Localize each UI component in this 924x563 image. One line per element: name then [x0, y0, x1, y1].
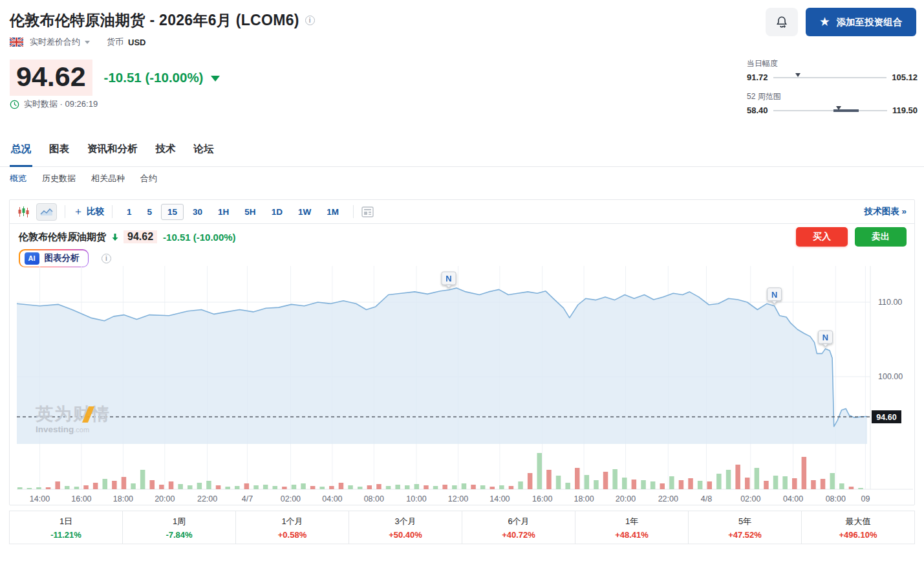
week52-range: 52 周范围 58.40 119.50 — [747, 91, 918, 115]
title-info-icon[interactable]: i — [305, 16, 315, 25]
news-marker-icon[interactable]: N — [442, 272, 456, 288]
tab-chart[interactable]: 图表 — [48, 137, 70, 166]
candlestick-icon — [17, 206, 30, 218]
arrow-down-icon — [111, 233, 119, 241]
page-title: 伦敦布伦特原油期货 - 2026年6月 (LCOM6) — [10, 10, 299, 30]
currency-label: 货币 — [107, 36, 124, 48]
price-chart[interactable]: 110.00100.0014:0016:0018:0020:0022:004/7… — [10, 266, 914, 504]
week52-range-high: 119.50 — [892, 105, 918, 115]
ai-badge-icon: AI — [25, 252, 39, 265]
interval-1w[interactable]: 1W — [292, 204, 317, 220]
svg-text:18:00: 18:00 — [574, 494, 594, 503]
week52-range-low: 58.40 — [747, 105, 768, 115]
ai-info-icon[interactable]: i — [102, 254, 111, 263]
clock-icon — [10, 100, 19, 109]
price-down-arrow-icon[interactable] — [211, 76, 220, 82]
svg-text:4/7: 4/7 — [242, 494, 253, 503]
performance-cell-max[interactable]: 最大值 +496.10% — [802, 511, 914, 544]
area-chart-button[interactable] — [36, 203, 57, 221]
svg-text:N: N — [822, 333, 828, 342]
svg-text:08:00: 08:00 — [364, 494, 384, 503]
compare-button[interactable]: ＋ 比较 — [73, 205, 104, 219]
performance-cell-1y[interactable]: 1年 +48.41% — [575, 511, 689, 544]
uk-flag-icon — [10, 38, 23, 47]
day-range-track — [773, 74, 887, 81]
instrument-overview-page: 伦敦布伦特原油期货 - 2026年6月 (LCOM6) i 实时差价合约 货币 … — [0, 0, 924, 563]
sub-tabs: 概览 历史数据 相关品种 合约 — [10, 173, 157, 184]
day-range-low: 91.72 — [747, 72, 768, 82]
svg-text:18:00: 18:00 — [113, 494, 133, 503]
svg-text:09: 09 — [861, 494, 870, 503]
subtab-overview[interactable]: 概览 — [10, 173, 27, 184]
interval-15[interactable]: 15 — [161, 204, 184, 220]
tab-news-analysis[interactable]: 资讯和分析 — [86, 137, 139, 166]
add-to-portfolio-button[interactable]: ★ 添加至投资组合 — [806, 8, 916, 36]
svg-text:12:00: 12:00 — [448, 494, 468, 503]
performance-cell-5y[interactable]: 5年 +47.52% — [689, 511, 802, 544]
news-marker-icon[interactable]: N — [819, 331, 833, 347]
performance-cell-1w[interactable]: 1周 -7.84% — [123, 511, 236, 544]
realtime-status-text: 实时数据 · 09:26:19 — [24, 98, 98, 110]
area-chart-icon — [40, 208, 53, 216]
add-to-portfolio-label: 添加至投资组合 — [837, 16, 903, 28]
chart-card: ＋ 比较 1 5 15 30 1H 5H 1D 1W 1M 技术图表 » — [9, 199, 915, 505]
subtab-historical-data[interactable]: 历史数据 — [42, 173, 76, 184]
chart-instrument-name: 伦敦布伦特原油期货 — [19, 231, 106, 243]
svg-text:16:00: 16:00 — [532, 494, 552, 503]
ai-chart-analysis-button[interactable]: AI 图表分析 — [19, 249, 89, 267]
tab-forum[interactable]: 论坛 — [193, 137, 215, 166]
candlestick-chart-button[interactable] — [17, 206, 30, 218]
svg-text:10:00: 10:00 — [406, 494, 426, 503]
create-alert-button[interactable] — [766, 8, 798, 36]
week52-range-label: 52 周范围 — [747, 91, 918, 102]
interval-1[interactable]: 1 — [120, 204, 138, 220]
svg-text:94.60: 94.60 — [876, 413, 896, 422]
svg-text:02:00: 02:00 — [281, 494, 301, 503]
performance-cell-6m[interactable]: 6个月 +40.72% — [462, 511, 575, 544]
ranges-panel: 当日幅度 91.72 105.12 52 周范围 58.40 119.50 — [747, 58, 918, 124]
news-events-button[interactable] — [361, 206, 374, 217]
interval-1m[interactable]: 1M — [320, 204, 345, 220]
news-marker-icon[interactable]: N — [768, 288, 782, 304]
day-range: 当日幅度 91.72 105.12 — [747, 58, 918, 82]
subtab-related-instruments[interactable]: 相关品种 — [91, 173, 125, 184]
header: 伦敦布伦特原油期货 - 2026年6月 (LCOM6) i — [10, 10, 315, 30]
technical-chart-link[interactable]: 技术图表 » — [865, 206, 907, 217]
svg-text:4/8: 4/8 — [701, 494, 712, 503]
subtab-contracts[interactable]: 合约 — [140, 173, 157, 184]
tab-overview[interactable]: 总况 — [10, 137, 32, 167]
buy-button[interactable]: 买入 — [796, 227, 848, 247]
interval-1h[interactable]: 1H — [211, 204, 235, 220]
svg-text:14:00: 14:00 — [489, 494, 510, 503]
svg-text:04:00: 04:00 — [322, 494, 342, 503]
svg-text:16:00: 16:00 — [71, 494, 91, 503]
currency-value: USD — [128, 38, 145, 47]
main-tabs: 总况 图表 资讯和分析 技术 论坛 — [0, 137, 924, 167]
volume-bars — [17, 453, 863, 489]
sell-button[interactable]: 卖出 — [855, 227, 907, 247]
svg-text:08:00: 08:00 — [826, 494, 846, 503]
performance-cell-1d[interactable]: 1日 -11.21% — [10, 511, 123, 544]
interval-5h[interactable]: 5H — [238, 204, 262, 220]
interval-30[interactable]: 30 — [186, 204, 209, 220]
performance-cell-3m[interactable]: 3个月 +50.40% — [349, 511, 462, 544]
week52-range-marker-icon — [836, 106, 841, 110]
tab-technical[interactable]: 技术 — [155, 137, 177, 166]
chart-toolbar: ＋ 比较 1 5 15 30 1H 5H 1D 1W 1M 技术图表 » — [10, 200, 914, 224]
interval-1d[interactable]: 1D — [265, 204, 289, 220]
chevron-down-icon[interactable] — [85, 41, 90, 44]
performance-cell-1m[interactable]: 1个月 +0.58% — [236, 511, 349, 544]
chart-price-change: -10.51 (-10.00%) — [163, 232, 236, 243]
day-range-marker-icon — [795, 73, 800, 77]
plus-icon: ＋ — [73, 205, 83, 219]
day-range-label: 当日幅度 — [747, 58, 918, 69]
chart-last-price: 94.62 — [124, 230, 157, 243]
svg-text:14:00: 14:00 — [30, 494, 50, 503]
star-icon: ★ — [820, 17, 829, 27]
news-panel-icon — [361, 206, 374, 217]
instrument-type-label[interactable]: 实时差价合约 — [30, 36, 80, 48]
interval-5[interactable]: 5 — [141, 204, 159, 220]
ai-analysis-label: 图表分析 — [45, 252, 80, 264]
svg-text:20:00: 20:00 — [155, 494, 175, 503]
last-price: 94.62 — [10, 60, 92, 96]
